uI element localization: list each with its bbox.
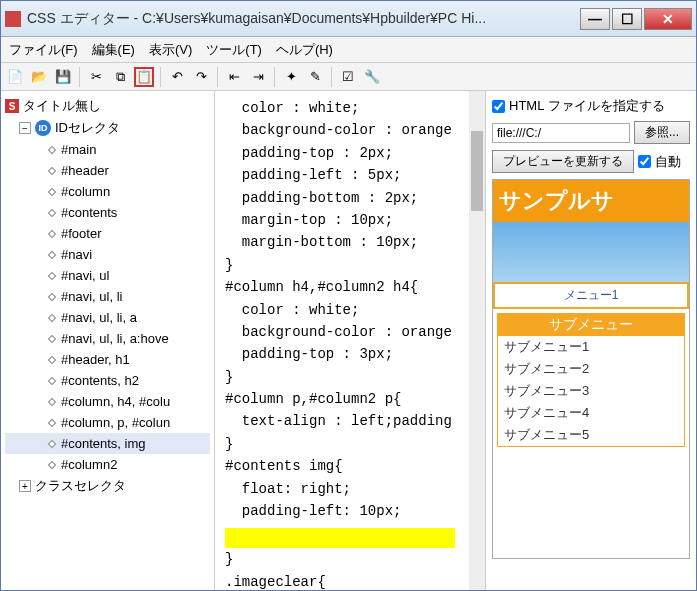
preview-submenu-item[interactable]: サブメニュー4 [498,402,684,424]
tree-item[interactable]: #navi, ul, li, a [5,307,210,328]
brush-icon[interactable]: ✎ [305,67,325,87]
tree-item-label: #main [61,142,96,157]
color-icon[interactable]: ✦ [281,67,301,87]
vertical-scrollbar[interactable] [469,91,485,590]
menu-file[interactable]: ファイル(F) [9,41,78,59]
tree-item[interactable]: #column, h4, #colu [5,391,210,412]
bullet-icon [48,208,56,216]
expand-icon[interactable]: + [19,480,31,492]
preview-frame: サンプルサ メニュー1 サブメニュー サブメニュー1サブメニュー2サブメニュー3… [492,179,690,559]
tree-item-label: #navi, ul [61,268,109,283]
preview-submenu-item[interactable]: サブメニュー5 [498,424,684,446]
bullet-icon [48,355,56,363]
close-button[interactable]: ✕ [644,8,692,30]
menu-tool[interactable]: ツール(T) [206,41,262,59]
tree-item[interactable]: #contents, img [5,433,210,454]
preview-menu-tab[interactable]: メニュー1 [495,284,687,307]
auto-refresh-label: 自動 [655,153,681,171]
preview-menu: メニュー1 [493,282,689,309]
collapse-icon[interactable]: − [19,122,31,134]
tree-item[interactable]: #contents [5,202,210,223]
paste-icon[interactable]: 📋 [134,67,154,87]
preview-title: サンプルサ [493,180,689,222]
wrench-icon[interactable]: 🔧 [362,67,382,87]
bullet-icon [48,145,56,153]
selector-tree[interactable]: S タイトル無し − ID IDセレクタ #main#header#column… [1,91,215,590]
menu-edit[interactable]: 編集(E) [92,41,135,59]
tree-item-label: #column, h4, #colu [61,394,170,409]
preview-submenu-header: サブメニュー [498,314,684,336]
tree-item[interactable]: #navi, ul [5,265,210,286]
preview-submenu-item[interactable]: サブメニュー3 [498,380,684,402]
tree-item-label: #navi [61,247,92,262]
tree-item-label: #navi, ul, li, a [61,310,137,325]
tree-item[interactable]: #navi, ul, li [5,286,210,307]
cut-icon[interactable]: ✂ [86,67,106,87]
outdent-icon[interactable]: ⇤ [224,67,244,87]
tree-item[interactable]: #navi [5,244,210,265]
bullet-icon [48,460,56,468]
specify-html-checkbox[interactable] [492,100,505,113]
tree-item[interactable]: #column [5,181,210,202]
tree-item-label: #contents, h2 [61,373,139,388]
preview-panel: HTML ファイルを指定する 参照... プレビューを更新する 自動 サンプルサ… [486,91,696,590]
tree-item[interactable]: #main [5,139,210,160]
code-text[interactable]: color : white; background-color : orange… [215,91,485,528]
browse-button[interactable]: 参照... [634,121,690,144]
tree-item-label: #navi, ul, li [61,289,122,304]
tree-item-label: #column, p, #colun [61,415,170,430]
save-icon[interactable]: 💾 [53,67,73,87]
bullet-icon [48,418,56,426]
code-tail[interactable]: } .imageclear{ [215,548,485,590]
titlebar: CSS エディター - C:¥Users¥kumagaisan¥Document… [1,1,696,37]
bullet-icon [48,166,56,174]
code-editor[interactable]: color : white; background-color : orange… [215,91,486,590]
tree-item-label: #column2 [61,457,117,472]
undo-icon[interactable]: ↶ [167,67,187,87]
redo-icon[interactable]: ↷ [191,67,211,87]
tree-item[interactable]: #column2 [5,454,210,475]
tree-item[interactable]: #contents, h2 [5,370,210,391]
tree-item[interactable]: #header, h1 [5,349,210,370]
highlighted-line [225,528,455,548]
id-badge-icon: ID [35,120,51,136]
bullet-icon [48,250,56,258]
auto-refresh-checkbox[interactable] [638,155,651,168]
tree-item-label: #footer [61,226,101,241]
bullet-icon [48,229,56,237]
specify-html-label: HTML ファイルを指定する [509,97,665,115]
indent-icon[interactable]: ⇥ [248,67,268,87]
bullet-icon [48,271,56,279]
toolbar: 📄 📂 💾 ✂ ⧉ 📋 ↶ ↷ ⇤ ⇥ ✦ ✎ ☑ 🔧 [1,63,696,91]
tree-item[interactable]: #header [5,160,210,181]
menu-help[interactable]: ヘルプ(H) [276,41,333,59]
maximize-button[interactable]: ☐ [612,8,642,30]
tree-item-label: #contents [61,205,117,220]
preview-submenu-item[interactable]: サブメニュー1 [498,336,684,358]
menu-view[interactable]: 表示(V) [149,41,192,59]
minimize-button[interactable]: — [580,8,610,30]
preview-hero-image [493,222,689,282]
new-icon[interactable]: 📄 [5,67,25,87]
refresh-preview-button[interactable]: プレビューを更新する [492,150,634,173]
open-icon[interactable]: 📂 [29,67,49,87]
tree-item[interactable]: #navi, ul, li, a:hove [5,328,210,349]
bullet-icon [48,334,56,342]
preview-submenu: サブメニュー サブメニュー1サブメニュー2サブメニュー3サブメニュー4サブメニュ… [497,313,685,447]
check-icon[interactable]: ☑ [338,67,358,87]
scrollbar-thumb[interactable] [471,131,483,211]
tree-item[interactable]: #column, p, #colun [5,412,210,433]
style-icon: S [5,99,19,113]
tree-item-label: #navi, ul, li, a:hove [61,331,169,346]
preview-submenu-item[interactable]: サブメニュー2 [498,358,684,380]
menubar: ファイル(F) 編集(E) 表示(V) ツール(T) ヘルプ(H) [1,37,696,63]
tree-class-selector[interactable]: + クラスセレクタ [5,475,210,497]
bullet-icon [48,439,56,447]
tree-item[interactable]: #footer [5,223,210,244]
tree-root[interactable]: S タイトル無し [5,95,210,117]
app-icon [5,11,21,27]
copy-icon[interactable]: ⧉ [110,67,130,87]
tree-item-label: #header, h1 [61,352,130,367]
tree-id-selector[interactable]: − ID IDセレクタ [5,117,210,139]
html-url-input[interactable] [492,123,630,143]
